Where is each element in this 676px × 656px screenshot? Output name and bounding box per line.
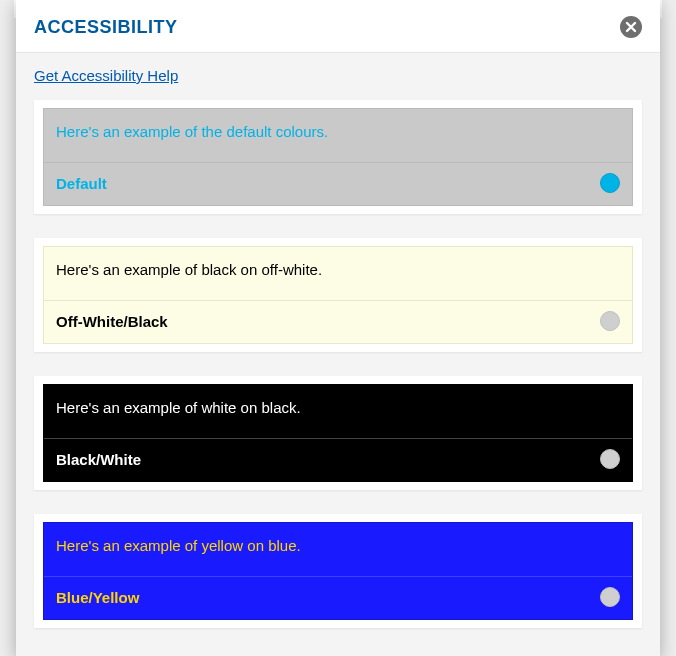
modal-title: ACCESSIBILITY	[34, 17, 178, 38]
theme-label-row: Black/White	[44, 438, 632, 481]
modal-header: ACCESSIBILITY	[16, 0, 660, 53]
theme-radio[interactable]	[600, 311, 620, 331]
close-icon	[625, 21, 637, 33]
theme-example-text: Here's an example of white on black.	[44, 385, 632, 438]
theme-option-blueyellow[interactable]: Here's an example of yellow on blue. Blu…	[34, 514, 642, 628]
theme-example-text: Here's an example of the default colours…	[44, 109, 632, 162]
theme-option-default[interactable]: Here's an example of the default colours…	[34, 100, 642, 214]
theme-label: Blue/Yellow	[56, 589, 139, 606]
theme-label-row: Off-White/Black	[44, 300, 632, 343]
theme-label: Default	[56, 175, 107, 192]
theme-label: Off-White/Black	[56, 313, 168, 330]
theme-radio[interactable]	[600, 173, 620, 193]
theme-option-offwhite[interactable]: Here's an example of black on off-white.…	[34, 238, 642, 352]
theme-example-text: Here's an example of yellow on blue.	[44, 523, 632, 576]
theme-example-text: Here's an example of black on off-white.	[44, 247, 632, 300]
theme-option-inner: Here's an example of yellow on blue. Blu…	[43, 522, 633, 620]
theme-option-inner: Here's an example of white on black. Bla…	[43, 384, 633, 482]
theme-option-inner: Here's an example of the default colours…	[43, 108, 633, 206]
theme-label-row: Blue/Yellow	[44, 576, 632, 619]
theme-option-inner: Here's an example of black on off-white.…	[43, 246, 633, 344]
theme-label: Black/White	[56, 451, 141, 468]
theme-label-row: Default	[44, 162, 632, 205]
theme-option-blackwhite[interactable]: Here's an example of white on black. Bla…	[34, 376, 642, 490]
accessibility-modal: ACCESSIBILITY Get Accessibility Help Her…	[16, 0, 660, 656]
theme-radio[interactable]	[600, 449, 620, 469]
theme-radio[interactable]	[600, 587, 620, 607]
modal-body: Get Accessibility Help Here's an example…	[16, 53, 660, 656]
close-button[interactable]	[620, 16, 642, 38]
accessibility-help-link[interactable]: Get Accessibility Help	[34, 67, 178, 84]
